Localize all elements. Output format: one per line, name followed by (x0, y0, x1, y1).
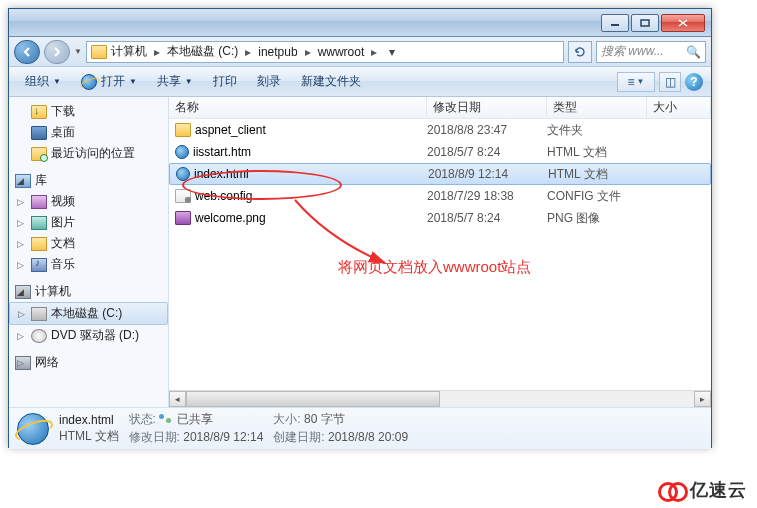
column-date[interactable]: 修改日期 (427, 97, 547, 118)
sidebar-item-desktop[interactable]: 桌面 (9, 122, 168, 143)
chevron-right-icon[interactable]: ▸ (242, 45, 254, 59)
file-row[interactable]: web.config2018/7/29 18:38CONFIG 文件 (169, 185, 711, 207)
organize-menu[interactable]: 组织▼ (17, 70, 69, 93)
content-pane: 名称 修改日期 类型 大小 aspnet_client2018/8/8 23:4… (169, 97, 711, 407)
sidebar-item-downloads[interactable]: 下载 (9, 101, 168, 122)
sidebar-item-videos[interactable]: ▷视频 (9, 191, 168, 212)
triangle-down-icon: ◢ (15, 287, 25, 297)
svg-rect-1 (641, 20, 649, 26)
sidebar-item-music[interactable]: ▷音乐 (9, 254, 168, 275)
share-button[interactable]: 共享▼ (149, 70, 201, 93)
close-button[interactable] (661, 14, 705, 32)
file-date: 2018/5/7 8:24 (427, 145, 547, 159)
view-options-button[interactable]: ≡▼ (617, 72, 655, 92)
triangle-right-icon: ▷ (15, 260, 25, 270)
minimize-button[interactable] (601, 14, 629, 32)
back-button[interactable] (14, 40, 40, 64)
sidebar-item-recent[interactable]: 最近访问的位置 (9, 143, 168, 164)
file-row[interactable]: iisstart.htm2018/5/7 8:24HTML 文档 (169, 141, 711, 163)
pictures-icon (31, 216, 47, 230)
file-name: welcome.png (195, 211, 266, 225)
dvd-icon (31, 329, 47, 343)
print-button[interactable]: 打印 (205, 70, 245, 93)
file-date: 2018/8/8 23:47 (427, 123, 547, 137)
triangle-right-icon: ▷ (15, 239, 25, 249)
file-type: PNG 图像 (547, 210, 657, 227)
file-name: iisstart.htm (193, 145, 251, 159)
burn-button[interactable]: 刻录 (249, 70, 289, 93)
navigation-pane: 下载 桌面 最近访问的位置 ◢库 ▷视频 ▷图片 ▷文档 ▷音乐 ◢计算机 ▷本… (9, 97, 169, 407)
file-date: 2018/8/9 12:14 (428, 167, 548, 181)
cfg-icon (175, 189, 191, 203)
toolbar: 组织▼ 打开▼ 共享▼ 打印 刻录 新建文件夹 ≡▼ ◫ ? (9, 67, 711, 97)
details-filename: index.html (59, 413, 119, 427)
titlebar (9, 9, 711, 37)
address-dropdown[interactable]: ▾ (384, 45, 400, 59)
sidebar-item-documents[interactable]: ▷文档 (9, 233, 168, 254)
documents-icon (31, 237, 47, 251)
search-placeholder: 搜索 www... (601, 43, 664, 60)
maximize-button[interactable] (631, 14, 659, 32)
column-headers: 名称 修改日期 类型 大小 (169, 97, 711, 119)
chevron-right-icon[interactable]: ▸ (151, 45, 163, 59)
ie-file-icon (17, 413, 49, 445)
triangle-down-icon: ◢ (15, 176, 25, 186)
preview-pane-button[interactable]: ◫ (659, 72, 681, 92)
details-filetype: HTML 文档 (59, 428, 119, 445)
help-button[interactable]: ? (685, 73, 703, 91)
crumb-wwwroot[interactable]: wwwroot (318, 45, 365, 59)
desktop-icon (31, 126, 47, 140)
open-button[interactable]: 打开▼ (73, 70, 145, 93)
file-type: HTML 文档 (548, 166, 658, 183)
ie-icon (175, 145, 189, 159)
file-name: index.html (194, 167, 249, 181)
refresh-button[interactable] (568, 41, 592, 63)
forward-button[interactable] (44, 40, 70, 64)
crumb-inetpub[interactable]: inetpub (258, 45, 297, 59)
videos-icon (31, 195, 47, 209)
file-type: 文件夹 (547, 122, 657, 139)
sidebar-item-pictures[interactable]: ▷图片 (9, 212, 168, 233)
triangle-right-icon: ▷ (15, 331, 25, 341)
file-row[interactable]: aspnet_client2018/8/8 23:47文件夹 (169, 119, 711, 141)
file-type: HTML 文档 (547, 144, 657, 161)
shared-icon (159, 414, 173, 426)
new-folder-button[interactable]: 新建文件夹 (293, 70, 369, 93)
chevron-right-icon[interactable]: ▸ (368, 45, 380, 59)
history-dropdown[interactable]: ▼ (74, 47, 82, 56)
crumb-disk[interactable]: 本地磁盘 (C:) (167, 43, 238, 60)
disk-icon (31, 307, 47, 321)
file-name: aspnet_client (195, 123, 266, 137)
file-list: aspnet_client2018/8/8 23:47文件夹iisstart.h… (169, 119, 711, 229)
scroll-track[interactable] (186, 391, 694, 407)
file-row[interactable]: index.html2018/8/9 12:14HTML 文档 (169, 163, 711, 185)
search-input[interactable]: 搜索 www... 🔍 (596, 41, 706, 63)
png-icon (175, 211, 191, 225)
file-row[interactable]: welcome.png2018/5/7 8:24PNG 图像 (169, 207, 711, 229)
sidebar-item-dvd[interactable]: ▷DVD 驱动器 (D:) (9, 325, 168, 346)
triangle-right-icon: ▷ (15, 197, 25, 207)
scroll-left-button[interactable]: ◂ (169, 391, 186, 407)
scroll-right-button[interactable]: ▸ (694, 391, 711, 407)
sidebar-computer[interactable]: ◢计算机 (9, 281, 168, 302)
crumb-computer[interactable]: 计算机 (111, 43, 147, 60)
scroll-thumb[interactable] (186, 391, 440, 407)
address-field[interactable]: 计算机 ▸ 本地磁盘 (C:) ▸ inetpub ▸ wwwroot ▸ ▾ (86, 41, 564, 63)
folder-icon (175, 123, 191, 137)
column-type[interactable]: 类型 (547, 97, 647, 118)
explorer-window: ▼ 计算机 ▸ 本地磁盘 (C:) ▸ inetpub ▸ wwwroot ▸ … (8, 8, 712, 448)
sidebar-libraries[interactable]: ◢库 (9, 170, 168, 191)
sidebar-item-disk-c[interactable]: ▷本地磁盘 (C:) (9, 302, 168, 325)
triangle-right-icon: ▷ (15, 218, 25, 228)
watermark-logo: 亿速云 (658, 478, 747, 502)
column-name[interactable]: 名称 (169, 97, 427, 118)
file-date: 2018/7/29 18:38 (427, 189, 547, 203)
music-icon (31, 258, 47, 272)
folder-icon (91, 45, 107, 59)
column-size[interactable]: 大小 (647, 97, 711, 118)
triangle-right-icon: ▷ (15, 358, 25, 368)
chevron-right-icon[interactable]: ▸ (302, 45, 314, 59)
ie-icon (176, 167, 190, 181)
horizontal-scrollbar[interactable]: ◂ ▸ (169, 390, 711, 407)
sidebar-network[interactable]: ▷网络 (9, 352, 168, 373)
